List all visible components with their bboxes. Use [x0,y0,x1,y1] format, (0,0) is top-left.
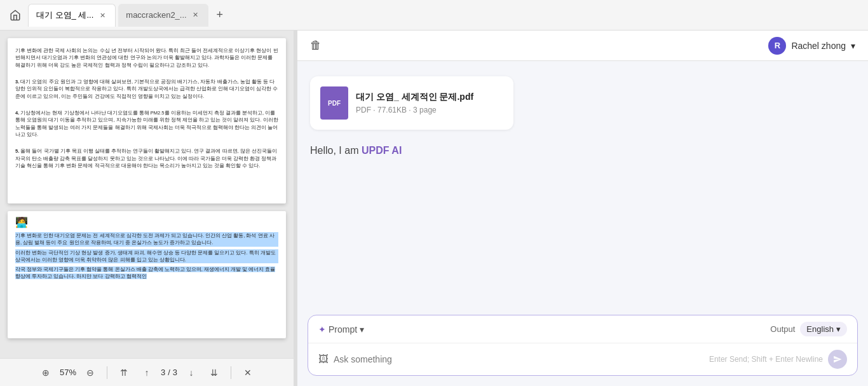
output-section: Output English ▾ [770,322,847,336]
input-hint: Enter Send; Shift + Enter Newline [709,355,823,364]
tab-close-1[interactable]: ✕ [97,10,107,20]
output-label: Output [770,324,795,334]
pdf-page-2-content: 기후 변화로 인한 대기오염 문제는 전 세계적으로 심각한 도전 과제가 되고… [15,232,278,280]
last-page-button[interactable]: ⇊ [205,364,223,382]
home-button[interactable] [5,5,25,25]
user-avatar: R [768,37,786,55]
brand-name: UPDF AI [362,145,402,156]
ai-panel: 🗑 R Rachel zhong ▾ PDF 대기 오염_ 세계적인 문제.pd… [297,31,868,386]
ai-header-left: 🗑 [310,39,322,52]
pdf-card-name: 대기 오염_ 세계적인 문제.pdf [356,92,473,103]
trash-icon[interactable]: 🗑 [310,39,322,52]
prompt-chevron-icon: ▾ [360,324,364,334]
main-content: 기후 변화에 관한 국제 사회의 논의는 수십 년 전부터 시작되어 왔다. 특… [0,31,868,386]
tab-bar: 대기 오염_ 세... ✕ maccracken2_... ✕ + [0,0,868,31]
user-name: Rachel zhong [791,41,846,51]
zoom-level: 57% [60,368,76,377]
prompt-label: Prompt [329,324,357,334]
tab-close-2[interactable]: ✕ [191,10,201,20]
send-button[interactable] [828,350,847,369]
pdf-page-1: 기후 변화에 관한 국제 사회의 논의는 수십 년 전부터 시작되어 왔다. 특… [8,38,286,203]
page-section: 3 / 3 [161,368,177,377]
next-page-button[interactable]: ↓ [182,364,200,382]
tab-pdf-2[interactable]: maccracken2_... ✕ [118,4,208,27]
pdf-toolbar: ⊕ 57% ⊖ ⇈ ↑ 3 / 3 ↓ ⇊ ✕ [0,358,294,386]
pdf-card: PDF 대기 오염_ 세계적인 문제.pdf PDF · 77.61KB · 3… [310,76,513,130]
prompt-button[interactable]: ✦ Prompt ▾ [318,324,364,334]
page-separator: / [168,368,170,377]
ai-header: 🗑 R Rachel zhong ▾ [297,31,868,61]
tab-pdf-1[interactable]: 대기 오염_ 세... ✕ [28,4,116,27]
image-icon[interactable]: 🖼 [318,354,329,365]
user-chevron-icon: ▾ [851,41,855,51]
pdf-card-meta: PDF · 77.61KB · 3 page [356,106,473,114]
close-button[interactable]: ✕ [239,364,257,382]
greeting-text: Hello, I am UPDF AI [310,145,855,156]
zoom-section: 57% [60,368,76,377]
page-total: 3 [173,368,177,377]
page-current: 3 [161,368,165,377]
language-label: English [806,324,834,334]
pdf-file-icon: PDF [320,86,348,120]
pdf-page-2: 🧑‍💻 기후 변화로 인한 대기오염 문제는 전 세계적으로 심각한 도전 과제… [8,211,286,338]
add-tab-button[interactable]: + [211,6,229,24]
first-page-button[interactable]: ⇈ [115,364,133,382]
ai-chat: PDF 대기 오염_ 세계적인 문제.pdf PDF · 77.61KB · 3… [297,61,868,307]
toolbar-separator-1 [107,366,107,379]
zoom-in-button[interactable]: ⊕ [37,364,55,382]
ask-input[interactable] [334,354,704,364]
prev-page-button[interactable]: ↑ [138,364,156,382]
prompt-sparkle-icon: ✦ [318,324,326,334]
zoom-out-button[interactable]: ⊖ [81,364,99,382]
ai-input-top: ✦ Prompt ▾ Output English ▾ [308,315,857,343]
ai-input-bottom: 🖼 Enter Send; Shift + Enter Newline [308,343,857,375]
pdf-panel: 기후 변화에 관한 국제 사회의 논의는 수십 년 전부터 시작되어 왔다. 특… [0,31,294,386]
pdf-page-1-content: 기후 변화에 관한 국제 사회의 논의는 수십 년 전부터 시작되어 왔다. 특… [15,47,278,169]
pdf-pages: 기후 변화에 관한 국제 사회의 논의는 수십 년 전부터 시작되어 왔다. 특… [0,31,294,358]
language-chevron-icon: ▾ [836,324,841,334]
ai-input-area: ✦ Prompt ▾ Output English ▾ 🖼 [297,307,868,386]
user-info[interactable]: R Rachel zhong ▾ [768,37,855,55]
language-select[interactable]: English ▾ [800,322,847,336]
pdf-card-info: 대기 오염_ 세계적인 문제.pdf PDF · 77.61KB · 3 pag… [356,92,473,114]
ai-input-box: ✦ Prompt ▾ Output English ▾ 🖼 [308,315,858,376]
toolbar-separator-2 [231,366,231,379]
